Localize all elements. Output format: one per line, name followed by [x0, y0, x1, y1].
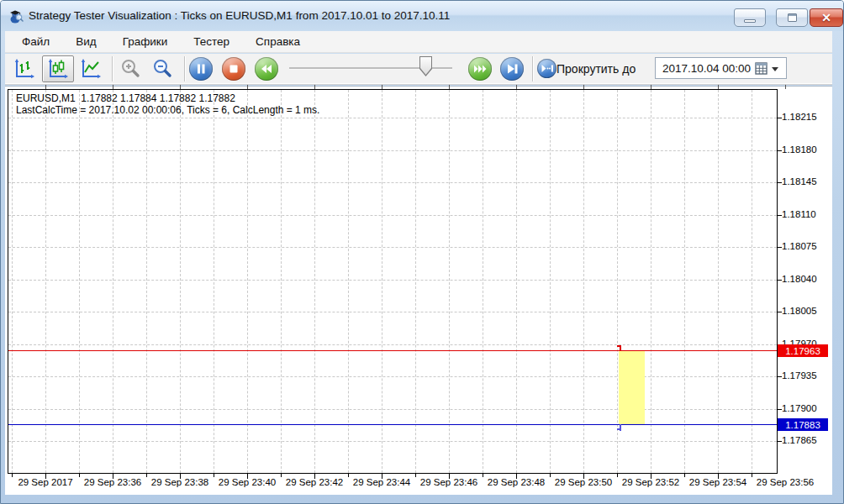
time-axis-tick [617, 474, 618, 477]
forming-bar-bid-tick [617, 428, 620, 430]
ask-price-line [8, 350, 777, 351]
app-window: Strategy Tester Visualization : Ticks on… [0, 0, 844, 504]
time-axis-top-tick [718, 85, 719, 89]
rewind-button[interactable] [255, 57, 278, 81]
window-title: Strategy Tester Visualization : Ticks on… [29, 9, 450, 22]
price-axis-label: 1.17865 [782, 435, 817, 445]
time-axis-top-tick [449, 85, 450, 89]
time-axis-top-tick [382, 85, 382, 89]
time-axis-top-tick [785, 85, 786, 89]
gridline-vertical [113, 90, 113, 473]
fast-forward-button[interactable] [468, 57, 492, 81]
time-axis-top-tick [113, 85, 113, 89]
price-axis-label: 1.18180 [782, 144, 817, 155]
scroll-to-date-value: 2017.10.04 00:00 [662, 62, 751, 75]
menu-item-view[interactable]: Вид [74, 33, 98, 50]
minimize-icon [744, 19, 756, 23]
gridline-vertical [617, 90, 618, 473]
stop-button[interactable] [222, 57, 245, 81]
price-axis-label: 1.18040 [782, 274, 817, 284]
candles-chart-icon [47, 58, 69, 80]
menu-item-help[interactable]: Справка [254, 33, 302, 50]
bars-chart-icon [13, 58, 35, 80]
gridline-horizontal [8, 118, 777, 118]
time-axis-label: 29 Sep 23:56 [757, 477, 814, 487]
minimize-button[interactable] [734, 8, 766, 27]
bid-price-line [8, 424, 777, 425]
stop-icon [223, 58, 245, 80]
gridline-horizontal [8, 312, 777, 312]
time-axis-label: 29 Sep 23:42 [286, 477, 343, 487]
gridline-horizontal [8, 376, 777, 377]
gridline-horizontal [8, 182, 777, 183]
time-axis-tick [146, 474, 147, 477]
chart-candles-button[interactable] [42, 55, 74, 82]
gridline-vertical [718, 90, 719, 473]
gridline-vertical [483, 90, 483, 473]
menu-item-file[interactable]: Файл [20, 33, 51, 50]
ask-price-badge: 1.17963 [778, 344, 828, 357]
chart-info-ohlc: EURUSD,M1 1.17882 1.17884 1.17882 1.1788… [16, 92, 235, 104]
gridline-vertical [516, 90, 517, 473]
menu-item-tester[interactable]: Тестер [192, 33, 231, 50]
gridline-vertical [583, 90, 584, 473]
price-axis-label: 1.18215 [782, 112, 817, 122]
price-axis-label: 1.18110 [782, 209, 816, 219]
gridline-vertical [12, 90, 13, 473]
gridline-horizontal [8, 215, 777, 216]
pause-button[interactable] [189, 57, 213, 81]
gridline-vertical [314, 90, 315, 473]
chart-line-button[interactable] [76, 55, 106, 82]
time-axis-tick [12, 474, 13, 477]
calendar-dropdown-arrow[interactable] [772, 67, 778, 71]
gridline-vertical [449, 90, 450, 473]
time-axis-label: 29 Sep 23:36 [84, 477, 141, 487]
toolbar-separator [184, 56, 185, 81]
time-axis-tick [483, 474, 483, 477]
time-axis-label: 29 Sep 23:50 [555, 477, 612, 487]
time-axis-top-tick [314, 85, 315, 89]
gridline-horizontal [8, 441, 777, 442]
step-forward-icon [501, 58, 523, 80]
app-icon [8, 8, 24, 24]
time-axis-top-tick [247, 85, 248, 89]
rewind-icon [256, 58, 277, 80]
gridline-horizontal [8, 150, 777, 151]
maximize-button[interactable] [776, 8, 808, 27]
gridline-vertical [550, 90, 551, 473]
gridline-vertical [684, 90, 685, 473]
time-axis-top-tick [45, 85, 46, 89]
menu-item-charts[interactable]: Графики [121, 33, 170, 50]
price-axis-label: 1.17900 [782, 403, 817, 413]
gridline-vertical [180, 90, 181, 473]
gridline-vertical [651, 90, 651, 473]
toolbar-separator [532, 56, 533, 81]
gridline-horizontal [8, 247, 777, 248]
zoom-out-icon [151, 57, 175, 81]
zoom-in-button[interactable] [116, 55, 146, 82]
bid-price-badge: 1.17883 [778, 418, 828, 431]
price-axis-label: 1.18145 [782, 176, 817, 186]
scroll-to-date-input[interactable]: 2017.10.04 00:00 [655, 57, 787, 79]
titlebar: Strategy Tester Visualization : Ticks on… [1, 1, 843, 31]
scroll-to-icon [538, 60, 556, 77]
maximize-icon [788, 13, 797, 22]
step-forward-button[interactable] [500, 57, 524, 81]
gridline-vertical [79, 90, 80, 473]
time-axis-top-tick [516, 85, 517, 89]
chart-info-calc: LastCalcTime = 2017.10.02 00:00:06, Tick… [16, 104, 319, 116]
time-axis-top-tick [651, 85, 651, 89]
time-axis-tick [684, 474, 685, 477]
gridline-vertical [247, 90, 248, 473]
scroll-to-button[interactable] [537, 59, 557, 78]
calendar-icon[interactable] [755, 62, 768, 78]
close-button[interactable]: ✕ [810, 8, 843, 27]
time-axis-top-tick [583, 85, 584, 89]
time-axis-top-tick [180, 85, 181, 89]
time-axis-label: 29 Sep 23:46 [420, 477, 477, 487]
chart-bars-button[interactable] [9, 55, 40, 82]
zoom-out-button[interactable] [148, 55, 178, 82]
gridline-vertical [752, 90, 752, 473]
time-axis-label: 29 Sep 23:52 [622, 477, 679, 487]
speed-slider-thumb[interactable] [419, 56, 432, 76]
